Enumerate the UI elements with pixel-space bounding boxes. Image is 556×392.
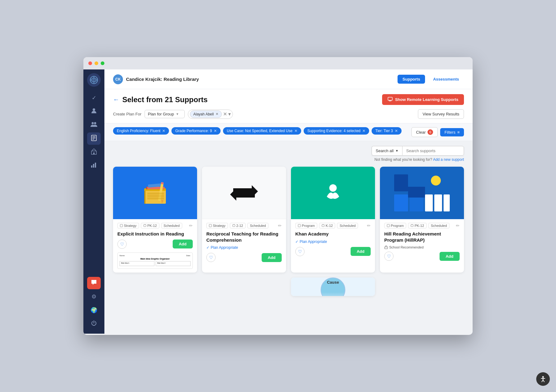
card1-favorite-button[interactable]: ♡ [117,240,127,249]
sidebar-item-checkmark[interactable]: ✓ [87,92,101,104]
filter-tag-english-label: English Proficiency: Fluent [117,129,160,133]
add-new-support-link[interactable]: Add a new support [433,157,464,162]
card2-body: Strategy 2-12 Scheduled ✏ Reciprocal Tea… [202,219,286,266]
student-tag: Alayah Abell ✕ [190,111,222,118]
remote-learning-button[interactable]: Show Remote Learning Supports [382,94,464,105]
svg-rect-58 [387,224,390,227]
supports-button[interactable]: Supports [398,75,425,84]
search-all-label: Search all [376,148,394,153]
card1-tag-scheduled-label: Scheduled [164,224,180,227]
svg-point-6 [92,122,94,124]
search-input[interactable] [402,146,464,156]
card2-edit-icon[interactable]: ✏ [278,223,282,228]
card3-add-button[interactable]: Add [351,247,371,256]
search-dropdown[interactable]: Search all ▼ [372,146,402,156]
card3-edit-icon[interactable]: ✏ [367,223,371,228]
search-box: Search all ▼ [372,146,464,156]
filters-button[interactable]: Filters ≡ [440,128,464,136]
card1-edit-icon[interactable]: ✏ [189,223,193,228]
card2-image [202,167,286,219]
card4-image [380,167,464,219]
remove-filter-evidence[interactable]: ✕ [362,129,365,133]
svg-rect-57 [408,187,425,198]
remote-label: Show Remote Learning Supports [395,97,458,102]
card4-edit-icon[interactable]: ✏ [456,223,460,228]
page-header: ← Select from 21 Supports Show Remote Le… [104,89,473,123]
content-area: Search all ▼ Not finding what you're loo… [104,141,473,334]
remove-student-button[interactable]: ✕ [216,112,218,116]
filters-label: Filters [444,130,455,135]
card-hillrap: Program PK-12 Scheduled ✏ Hill Reading A… [380,167,464,273]
filter-tag-english[interactable]: English Proficiency: Fluent ✕ [113,127,169,135]
person-icon [91,108,97,115]
page-title: ← Select from 21 Supports [113,95,208,104]
settings-icon: ⚙ [91,293,96,300]
card2-add-button[interactable]: Add [262,253,282,262]
clear-button[interactable]: Clear 6 [411,127,438,137]
filter-tag-grade[interactable]: Grade Performance: 9 ✕ [171,127,221,135]
filter-tag-evidence[interactable]: Supporting Evidence: 4 selected ✕ [304,127,369,135]
maximize-dot[interactable] [101,61,104,65]
sidebar-item-chat[interactable] [87,277,101,289]
card1-worksheet: Name:Date: Main Idea Graphic Organizer M… [113,252,197,273]
svg-rect-13 [93,152,95,154]
remove-filter-tier[interactable]: ✕ [395,129,398,133]
sidebar-item-group[interactable] [87,119,101,131]
card3-favorite-button[interactable]: ♡ [295,247,305,256]
sidebar-item-globe[interactable]: 🌍 [87,304,101,316]
card3-footer: ♡ Add [295,247,371,256]
browser-chrome [83,57,473,69]
card3-tag-program: Program [295,223,317,228]
back-button[interactable]: ← [113,96,119,103]
add-student-chevron[interactable]: ▾ [228,111,231,117]
assessments-button[interactable]: Assessments [428,75,464,84]
card1-add-button[interactable]: Add [173,240,193,248]
header-title: Candice Krajcik: Reading Library [126,77,199,82]
card4-tags: Program PK-12 Scheduled ✏ [384,223,460,228]
card1-tags: Strategy PK-12 Scheduled ✏ [117,223,193,228]
card3-image [291,167,375,219]
remove-filter-english[interactable]: ✕ [162,129,165,133]
card3-tags: Program K-12 Scheduled ✏ [295,223,371,228]
card1-tag-strategy-label: Strategy [124,224,137,227]
top-header: CK Candice Krajcik: Reading Library Supp… [104,69,473,89]
sidebar-logo[interactable] [87,73,101,87]
header-right: Supports Assessments [398,75,464,84]
card4-add-button[interactable]: Add [440,252,460,261]
avatar: CK [113,74,123,84]
checkmark-icon: ✓ [92,94,96,101]
remove-filter-grade[interactable]: ✕ [214,129,217,133]
card2-tag-strategy: Strategy [206,223,228,228]
remove-filter-usecase[interactable]: ✕ [294,129,297,133]
plan-for-select[interactable]: Plan for Group ▼ [145,110,185,118]
clear-students-button[interactable]: ✕ [223,111,227,117]
card2-title: Reciprocal Teaching for Reading Comprehe… [206,231,282,243]
card4-footer: ♡ Add [384,252,460,261]
sidebar-item-chart[interactable] [87,160,101,172]
accessibility-button[interactable] [536,372,550,386]
school-rec-label: School Recommended [389,245,423,249]
card4-tag-grade: PK-12 [408,223,427,228]
svg-point-7 [94,122,96,124]
svg-rect-39 [233,225,235,227]
minimize-dot[interactable] [95,61,98,65]
sidebar-item-building[interactable] [87,146,101,158]
card4-favorite-button[interactable]: ♡ [384,252,394,261]
create-plan-left: Create Plan For Plan for Group ▼ Alayah … [113,110,233,119]
svg-point-51 [431,176,441,186]
filter-tag-tier[interactable]: Tier: Tier 3 ✕ [372,127,402,135]
create-plan-label: Create Plan For [113,112,141,116]
card2-favorite-button[interactable]: ♡ [206,253,216,262]
page-heading: Select from 21 Supports [122,95,208,104]
filter-tag-usecase[interactable]: Use Case: Not Specified, Extended Use ✕ [223,127,301,135]
card2-plan-check: ✓ Plan Appropriate [206,245,282,250]
view-survey-button[interactable]: View Survey Results [418,109,464,119]
card1-image [113,167,197,219]
sidebar-item-person[interactable] [87,105,101,118]
sidebar-item-document[interactable] [87,132,101,145]
sidebar-item-settings[interactable]: ⚙ [87,290,101,303]
cards-row2: Cause [113,277,464,296]
sidebar-item-power[interactable] [87,318,101,330]
close-dot[interactable] [88,61,92,65]
plan-option-text: Plan for Group [148,112,174,116]
